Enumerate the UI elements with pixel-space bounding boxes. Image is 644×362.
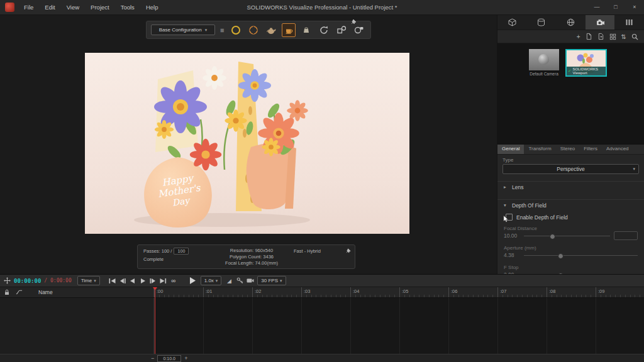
time-mode-select[interactable]: Time ▾: [77, 276, 100, 285]
pin-icon[interactable]: [346, 248, 352, 253]
render-image: Happy Mother's Day: [85, 53, 409, 234]
type-label: Type: [502, 157, 644, 163]
keyframe-key-icon[interactable]: [236, 277, 243, 284]
configuration-select[interactable]: Base Configuration ▾: [151, 25, 215, 35]
thumbnail-label: SOLIDWORKS Viewport: [572, 67, 604, 75]
timeline-ruler[interactable]: :00 :01 :02 :03 :04 :05 :06 :07 :08 :09: [154, 287, 644, 297]
loop-button[interactable]: ∞: [169, 277, 179, 285]
menu-project[interactable]: Project: [85, 0, 115, 14]
timeline-tracks: [0, 298, 644, 354]
track-grid[interactable]: [154, 298, 644, 354]
tab-transform[interactable]: Transform: [524, 145, 555, 154]
move-tool-icon[interactable]: [4, 277, 11, 284]
viewport-toolbar: Base Configuration ▾ ≡: [146, 21, 371, 39]
slider-handle[interactable]: [550, 234, 555, 239]
skip-start-button[interactable]: [108, 277, 118, 285]
ruler-tick: :05: [399, 287, 448, 297]
aperture-value[interactable]: 4.38: [504, 252, 520, 258]
default-camera-preview: [529, 49, 559, 70]
palette-toolbar: + ⇅: [497, 30, 644, 43]
menu-view[interactable]: View: [61, 0, 85, 14]
render-teapot-icon[interactable]: [264, 23, 278, 37]
mouse-cursor: [503, 215, 509, 223]
tab-models[interactable]: [497, 15, 527, 30]
tab-cameras[interactable]: [586, 15, 615, 30]
new-file-icon[interactable]: [586, 33, 592, 40]
tab-environments[interactable]: [556, 15, 586, 30]
passes-label: Passes: 100 /: [143, 248, 172, 254]
curve-mode-icon[interactable]: [16, 289, 23, 295]
tab-filters[interactable]: Filters: [579, 145, 602, 154]
camera-keyframe-icon[interactable]: [247, 278, 254, 283]
status-polygons: Polygon Count: 3436: [209, 254, 294, 260]
slider-handle[interactable]: [558, 253, 564, 259]
minimize-button[interactable]: —: [587, 0, 606, 14]
zoom-out-button[interactable]: −: [151, 355, 154, 361]
fast-mode-icon[interactable]: [229, 23, 243, 37]
passes-complete: Complete: [143, 256, 209, 262]
titlebar: File Edit View Project Tools Help SOLIDW…: [0, 0, 644, 15]
pin-icon[interactable]: [351, 18, 357, 25]
add-icon[interactable]: +: [577, 33, 580, 40]
step-back-button[interactable]: [118, 277, 128, 285]
status-focal-length: Focal Length: 74.00(mm): [209, 260, 294, 266]
dof-section-header[interactable]: ▾ Depth Of Field: [497, 199, 644, 211]
menu-edit[interactable]: Edit: [39, 0, 60, 14]
search-icon[interactable]: [631, 33, 638, 40]
menu-icon[interactable]: ≡: [219, 26, 225, 34]
thumbnail-label: Default Camera: [530, 72, 558, 76]
duplicate-icon[interactable]: [597, 33, 604, 40]
accurate-mode-icon[interactable]: [282, 23, 296, 37]
tab-advanced[interactable]: Advanced: [602, 145, 633, 154]
focal-distance-value[interactable]: 10.00: [504, 233, 520, 239]
grid-view-icon[interactable]: [609, 33, 616, 40]
step-forward-button[interactable]: [148, 277, 158, 285]
snapshot-icon[interactable]: [335, 23, 348, 37]
maximize-button[interactable]: □: [606, 0, 625, 14]
tab-appearances[interactable]: [527, 15, 557, 30]
playback-speed-select[interactable]: 1.0x ▾: [201, 276, 222, 285]
preview-mode-icon[interactable]: [247, 23, 260, 37]
playhead[interactable]: [155, 287, 155, 354]
app-window: File Edit View Project Tools Help SOLIDW…: [0, 0, 644, 362]
play-button[interactable]: [138, 277, 148, 285]
denoiser-icon[interactable]: [299, 23, 313, 37]
ruler-tick: :08: [547, 287, 596, 297]
viewport[interactable]: Base Configuration ▾ ≡: [0, 15, 497, 274]
tab-general[interactable]: General: [497, 145, 524, 154]
thumbnail-default-camera[interactable]: Default Camera: [529, 49, 559, 76]
thumbnail-solidworks-viewport[interactable]: ✓ SOLIDWORKS Viewport: [565, 49, 607, 77]
aperture-slider[interactable]: [524, 252, 638, 258]
timeline-range-input[interactable]: 0:10.0: [157, 355, 181, 362]
fps-select[interactable]: 30 FPS ▾: [257, 276, 286, 285]
close-button[interactable]: ×: [625, 0, 644, 14]
focal-distance-label: Focal Distance: [504, 226, 644, 231]
focal-distance-slider[interactable]: [524, 233, 610, 239]
ruler-tick: :01: [203, 287, 252, 297]
status-resolution: Resolution: 960x540: [209, 248, 294, 254]
render-canvas[interactable]: Happy Mother's Day: [85, 53, 409, 234]
turntable-icon[interactable]: [317, 23, 331, 37]
focal-distance-pick-button[interactable]: [614, 231, 638, 240]
passes-input[interactable]: 100: [174, 248, 189, 255]
chevron-down-icon: ▾: [205, 28, 208, 32]
camera-type-select[interactable]: Perspective ▾: [502, 164, 639, 174]
selected-thumbnail: ✓ SOLIDWORKS Viewport: [565, 49, 607, 77]
ramp-icon[interactable]: ◢: [225, 278, 233, 284]
sort-icon[interactable]: ⇅: [621, 33, 626, 40]
play-reverse-button[interactable]: [128, 277, 138, 285]
tab-stereo[interactable]: Stereo: [556, 145, 580, 154]
tab-scenes[interactable]: [614, 15, 644, 30]
timeline-controls: 00:00:00 / 0:00:00 Time ▾ ∞ 1.0x ▾ ◢: [0, 274, 644, 287]
menu-file[interactable]: File: [18, 0, 39, 14]
lens-section-header[interactable]: ▸ Lens: [497, 181, 644, 192]
ruler-tick: :03: [301, 287, 350, 297]
menu-tools[interactable]: Tools: [115, 0, 140, 14]
camera-preview-icon[interactable]: [352, 23, 366, 37]
menu-help[interactable]: Help: [140, 0, 164, 14]
skip-end-button[interactable]: [158, 277, 168, 285]
zoom-in-button[interactable]: +: [184, 355, 187, 361]
lock-icon[interactable]: [4, 289, 10, 295]
track-name-column[interactable]: [0, 298, 154, 354]
preview-play-button[interactable]: [188, 277, 197, 285]
